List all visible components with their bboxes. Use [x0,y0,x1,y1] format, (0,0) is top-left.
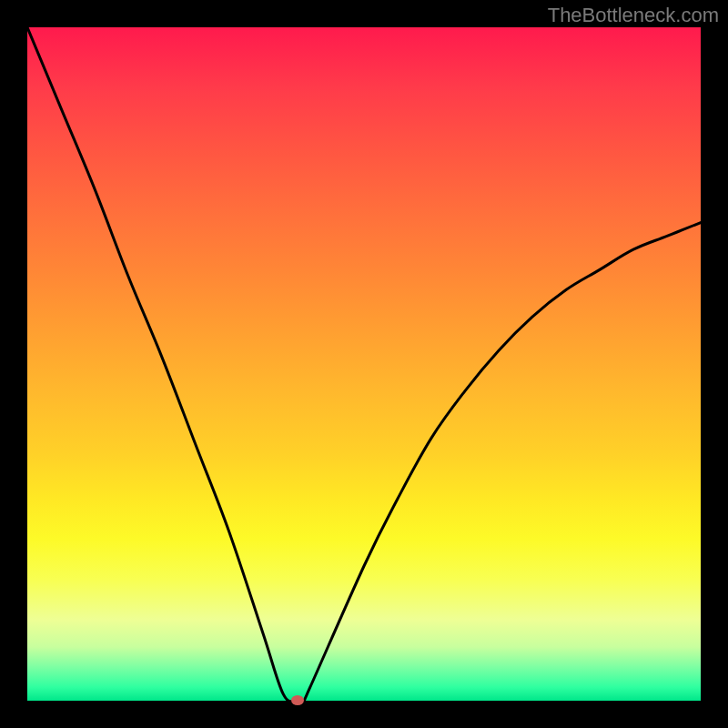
watermark-text: TheBottleneck.com [548,4,719,27]
chart-frame: TheBottleneck.com [0,0,728,728]
ideal-point-marker [291,695,304,705]
bottleneck-curve [27,27,701,701]
plot-area [27,27,701,701]
